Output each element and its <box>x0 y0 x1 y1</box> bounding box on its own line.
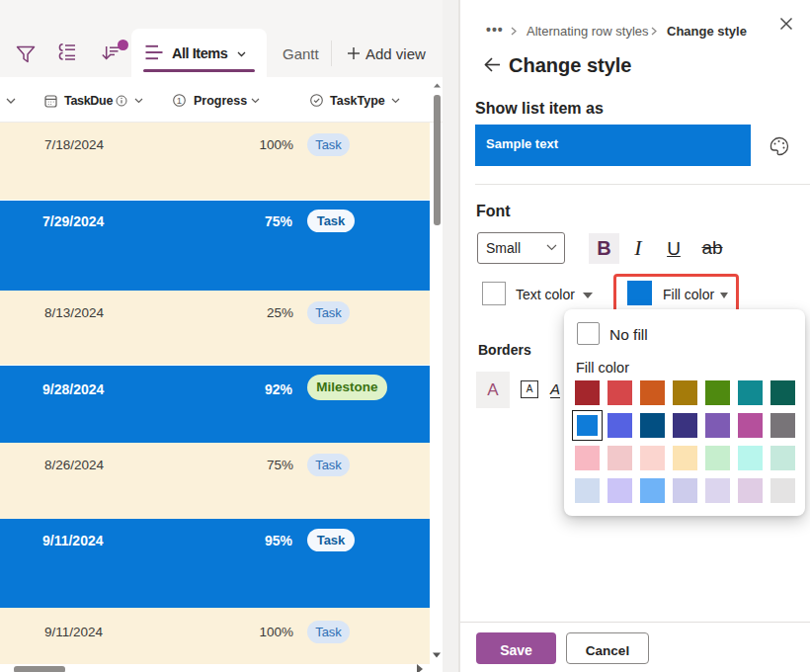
svg-text:1: 1 <box>177 95 182 106</box>
